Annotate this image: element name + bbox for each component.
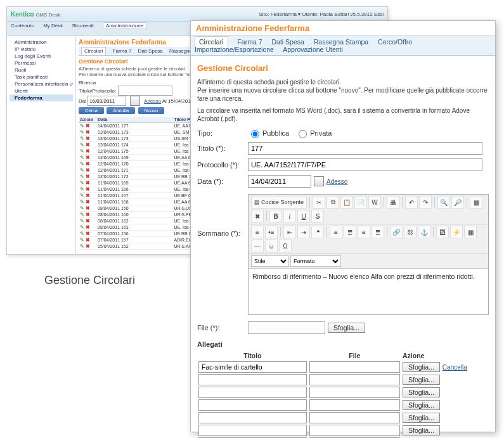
tab-import[interactable]: Importazione/Esportazione bbox=[195, 46, 274, 53]
att-titolo-input[interactable] bbox=[198, 361, 307, 373]
input-protocollo[interactable] bbox=[248, 158, 482, 171]
delete-icon[interactable]: ✖ bbox=[86, 243, 90, 249]
menu-mydesk[interactable]: My Desk bbox=[43, 23, 63, 29]
att-file-input[interactable] bbox=[309, 399, 400, 411]
edit-icon[interactable]: ✎ bbox=[80, 231, 84, 236]
style-select[interactable]: Stile bbox=[251, 255, 289, 267]
selectall-icon[interactable]: ▦ bbox=[470, 196, 482, 209]
strike-icon[interactable]: S bbox=[311, 210, 324, 222]
bg-cerca-button[interactable]: Cerca bbox=[79, 107, 104, 114]
replace-icon[interactable]: 🔎 bbox=[451, 196, 464, 209]
bg-search-dal-input[interactable] bbox=[87, 96, 126, 106]
paste-icon[interactable]: 📋 bbox=[340, 196, 353, 209]
delete-icon[interactable]: ✖ bbox=[86, 142, 90, 148]
copy-icon[interactable]: ⧉ bbox=[326, 196, 339, 209]
edit-icon[interactable]: ✎ bbox=[80, 129, 84, 135]
edit-icon[interactable]: ✎ bbox=[80, 205, 84, 211]
radio-privata[interactable] bbox=[299, 130, 307, 138]
att-sfoglia-button[interactable]: Sfoglia... bbox=[403, 362, 440, 372]
edit-icon[interactable]: ✎ bbox=[80, 174, 84, 179]
paste-word-icon[interactable]: W bbox=[368, 196, 381, 209]
att-titolo-input[interactable] bbox=[198, 425, 307, 436]
cut-icon[interactable]: ✂ bbox=[313, 196, 325, 209]
link-icon[interactable]: 🔗 bbox=[390, 226, 403, 238]
bg-annulla-button[interactable]: Annulla bbox=[107, 107, 135, 114]
tree-permessi[interactable]: Permessi bbox=[10, 60, 73, 67]
att-sfoglia-button[interactable]: Sfoglia... bbox=[403, 425, 440, 435]
specialchar-icon[interactable]: Ω bbox=[279, 240, 292, 252]
tree-personalizza[interactable]: Personalizza interfaccia ut bbox=[10, 81, 73, 87]
file-input[interactable] bbox=[248, 321, 325, 334]
att-sfoglia-button[interactable]: Sfoglia... bbox=[403, 387, 440, 397]
tree-ip[interactable]: IP vietato bbox=[10, 46, 73, 53]
delete-icon[interactable]: ✖ bbox=[86, 224, 90, 230]
alignright-icon[interactable]: ≡ bbox=[358, 226, 370, 238]
bg-tab-dspesa[interactable]: Dati Spesa bbox=[138, 48, 163, 54]
tree-log[interactable]: Log degli Eventi bbox=[10, 53, 73, 60]
att-titolo-input[interactable] bbox=[198, 387, 307, 398]
delete-icon[interactable]: ✖ bbox=[86, 186, 90, 192]
edit-icon[interactable]: ✎ bbox=[80, 193, 84, 198]
undo-icon[interactable]: ↶ bbox=[405, 196, 418, 209]
delete-icon[interactable]: ✖ bbox=[86, 167, 90, 173]
edit-icon[interactable]: ✎ bbox=[80, 218, 84, 224]
bg-nuovo-button[interactable]: Nuovo bbox=[138, 107, 165, 114]
adesso-link[interactable]: Adesso bbox=[326, 178, 347, 185]
tab-dspesa[interactable]: Dati Spesa bbox=[271, 38, 304, 46]
input-data[interactable] bbox=[248, 175, 311, 188]
numlist-icon[interactable]: ≡ bbox=[251, 226, 264, 238]
edit-icon[interactable]: ✎ bbox=[80, 186, 84, 192]
tree-task[interactable]: Task pianificati bbox=[10, 74, 73, 81]
hr-icon[interactable]: — bbox=[251, 240, 264, 252]
find-icon[interactable]: 🔍 bbox=[437, 196, 450, 209]
bold-icon[interactable]: B bbox=[269, 210, 282, 222]
bg-tab-farma7[interactable]: Farma 7 bbox=[113, 48, 132, 54]
outdent-icon[interactable]: ⇤ bbox=[283, 226, 296, 238]
unlink-icon[interactable]: ⛓ bbox=[404, 226, 417, 238]
delete-icon[interactable]: ✖ bbox=[86, 218, 90, 224]
delete-icon[interactable]: ✖ bbox=[86, 199, 90, 205]
edit-icon[interactable]: ✎ bbox=[80, 136, 84, 141]
att-file-input[interactable] bbox=[309, 361, 400, 373]
tab-cerco[interactable]: Cerco/Offro bbox=[378, 38, 412, 46]
formato-select[interactable]: Formato bbox=[290, 255, 341, 267]
delete-icon[interactable]: ✖ bbox=[86, 161, 90, 167]
anchor-icon[interactable]: ⚓ bbox=[418, 226, 430, 238]
edit-icon[interactable]: ✎ bbox=[80, 123, 84, 129]
paste-text-icon[interactable]: 📄 bbox=[354, 196, 367, 209]
tree-federfarma[interactable]: Federfarma bbox=[10, 94, 73, 101]
att-titolo-input[interactable] bbox=[198, 399, 307, 411]
input-titolo[interactable] bbox=[248, 142, 482, 155]
cancella-link[interactable]: Cancella bbox=[443, 364, 467, 371]
calendar-icon[interactable] bbox=[314, 176, 324, 186]
att-file-input[interactable] bbox=[309, 412, 400, 423]
redo-icon[interactable]: ↷ bbox=[419, 196, 432, 209]
edit-icon[interactable]: ✎ bbox=[80, 199, 84, 205]
delete-icon[interactable]: ✖ bbox=[86, 180, 90, 186]
edit-icon[interactable]: ✎ bbox=[80, 167, 84, 173]
att-sfoglia-button[interactable]: Sfoglia... bbox=[403, 400, 440, 410]
att-file-input[interactable] bbox=[309, 387, 400, 398]
edit-icon[interactable]: ✎ bbox=[80, 161, 84, 167]
print-icon[interactable]: 🖶 bbox=[387, 196, 399, 209]
menu-amministrazione[interactable]: Amministrazione bbox=[103, 22, 146, 29]
tab-farma7[interactable]: Farma 7 bbox=[237, 38, 262, 46]
delete-icon[interactable]: ✖ bbox=[86, 212, 90, 217]
underline-icon[interactable]: U bbox=[297, 210, 310, 222]
edit-icon[interactable]: ✎ bbox=[80, 142, 84, 148]
edit-icon[interactable]: ✎ bbox=[80, 243, 84, 249]
edit-icon[interactable]: ✎ bbox=[80, 237, 84, 243]
tree-administration[interactable]: Administration bbox=[10, 39, 73, 46]
bg-search-tp-input[interactable] bbox=[118, 86, 172, 96]
tb-sorgente-button[interactable]: ▤ Codice Sorgente bbox=[251, 196, 307, 209]
att-file-input[interactable] bbox=[309, 425, 400, 436]
att-sfoglia-button[interactable]: Sfoglia... bbox=[403, 413, 440, 423]
edit-icon[interactable]: ✎ bbox=[80, 212, 84, 217]
delete-icon[interactable]: ✖ bbox=[86, 237, 90, 243]
att-file-input[interactable] bbox=[309, 374, 400, 385]
italic-icon[interactable]: I bbox=[283, 210, 296, 222]
edit-icon[interactable]: ✎ bbox=[80, 148, 84, 154]
indent-icon[interactable]: ⇥ bbox=[297, 226, 310, 238]
menu-contenuto[interactable]: Contenuto bbox=[11, 23, 34, 29]
blockquote-icon[interactable]: ❝ bbox=[311, 226, 324, 238]
